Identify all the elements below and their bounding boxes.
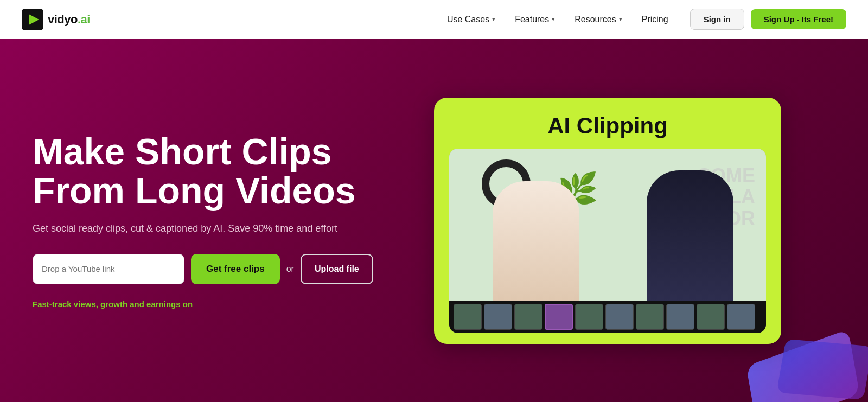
get-clips-button[interactable]: Get free clips: [191, 254, 280, 284]
person-right-silhouette: [647, 170, 733, 301]
hero-subtext: Get social ready clips, cut & captioned …: [33, 223, 412, 234]
logo-icon: [22, 9, 43, 30]
nav-item-resources[interactable]: Resources ▾: [575, 15, 622, 24]
nav-link-pricing[interactable]: Pricing: [642, 15, 668, 24]
nav-links: Use Cases ▾ Features ▾ Resources ▾ Prici…: [447, 15, 668, 24]
chevron-down-icon: ▾: [492, 16, 495, 23]
chevron-down-icon: ▾: [619, 16, 622, 23]
filmstrip-thumb[interactable]: [727, 304, 755, 330]
or-text: or: [286, 264, 294, 274]
hero-section: Make Short Clips From Long Videos Get so…: [0, 39, 868, 402]
filmstrip-thumb[interactable]: [636, 304, 664, 330]
signin-button[interactable]: Sign in: [690, 9, 744, 30]
navbar: vidyo.ai Use Cases ▾ Features ▾ Resource…: [0, 0, 868, 39]
filmstrip-thumb[interactable]: [697, 304, 725, 330]
ai-clipping-card: AI Clipping 🌿 SOME LA TOR: [434, 98, 781, 344]
nav-item-pricing[interactable]: Pricing: [642, 15, 668, 24]
person-left-silhouette: [493, 181, 579, 301]
nav-link-features[interactable]: Features ▾: [515, 15, 555, 24]
filmstrip-thumb[interactable]: [454, 304, 482, 330]
nav-item-features[interactable]: Features ▾: [515, 15, 555, 24]
nav-actions: Sign in Sign Up - Its Free!: [690, 9, 846, 30]
filmstrip-thumb[interactable]: [575, 304, 603, 330]
hero-input-row: Get free clips or Upload file: [33, 254, 412, 284]
hero-tagline: Fast-track views, growth and earnings on: [33, 299, 412, 309]
chevron-down-icon: ▾: [552, 16, 555, 23]
logo-text: vidyo.ai: [48, 12, 90, 27]
nav-item-use-cases[interactable]: Use Cases ▾: [447, 15, 495, 24]
url-input-wrap[interactable]: [33, 254, 184, 284]
filmstrip: [449, 301, 766, 333]
upload-file-button[interactable]: Upload file: [301, 254, 373, 284]
filmstrip-thumb-selected[interactable]: [545, 304, 573, 330]
filmstrip-thumb[interactable]: [514, 304, 542, 330]
filmstrip-thumb[interactable]: [666, 304, 694, 330]
filmstrip-thumb[interactable]: [484, 304, 512, 330]
filmstrip-thumb[interactable]: [605, 304, 634, 330]
ai-card-title: AI Clipping: [449, 113, 766, 139]
logo-dot-ai: .ai: [78, 12, 90, 26]
ai-card-video: 🌿 SOME LA TOR: [449, 149, 766, 333]
nav-link-resources[interactable]: Resources ▾: [575, 15, 622, 24]
shape-purple: [776, 339, 868, 400]
video-main: 🌿 SOME LA TOR: [449, 149, 766, 301]
hero-heading: Make Short Clips From Long Videos: [33, 132, 412, 210]
hero-left: Make Short Clips From Long Videos Get so…: [33, 132, 412, 309]
nav-link-use-cases[interactable]: Use Cases ▾: [447, 15, 495, 24]
signup-button[interactable]: Sign Up - Its Free!: [751, 9, 846, 29]
video-scene: 🌿 SOME LA TOR: [449, 149, 766, 301]
logo[interactable]: vidyo.ai: [22, 9, 90, 30]
hero-right: AI Clipping 🌿 SOME LA TOR: [412, 98, 781, 344]
youtube-url-input[interactable]: [42, 264, 175, 273]
